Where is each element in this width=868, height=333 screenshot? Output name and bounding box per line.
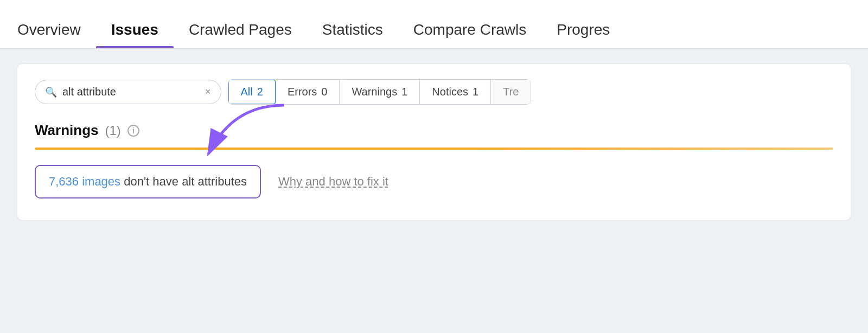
filter-trending-label: Tre [503,86,519,98]
filter-warnings-label: Warnings [352,86,397,98]
annotation-area: 7,636 images don't have alt attributes W… [35,165,833,198]
issues-card: 🔍 × All 2 Errors 0 Warnings 1 [17,64,851,220]
section-title: Warnings [35,122,98,139]
tab-compare-crawls[interactable]: Compare Crawls [398,21,542,48]
filter-notices-count: 1 [473,86,478,98]
clear-icon[interactable]: × [205,86,211,98]
issue-item[interactable]: 7,636 images don't have alt attributes [35,165,261,198]
tab-progress[interactable]: Progres [541,21,625,48]
top-navigation: Overview Issues Crawled Pages Statistics… [0,0,868,49]
section-header: Warnings (1) i [35,122,833,139]
issue-count: 7,636 images [49,175,120,188]
filter-errors[interactable]: Errors 0 [276,80,340,104]
filter-all[interactable]: All 2 [228,79,276,105]
info-icon[interactable]: i [127,125,139,137]
search-icon: 🔍 [45,86,57,98]
filter-notices[interactable]: Notices 1 [420,80,491,104]
main-content: 🔍 × All 2 Errors 0 Warnings 1 [0,49,868,235]
tab-crawled-pages[interactable]: Crawled Pages [174,21,307,48]
issue-row: 7,636 images don't have alt attributes W… [35,165,833,198]
fix-link[interactable]: Why and how to fix it [278,175,388,189]
search-input[interactable] [62,86,200,98]
issue-text: don't have alt attributes [120,175,247,188]
orange-divider [35,148,833,150]
filter-row: 🔍 × All 2 Errors 0 Warnings 1 [35,79,833,105]
filter-errors-label: Errors [288,86,317,98]
section-count: (1) [105,123,120,138]
filter-notices-label: Notices [432,86,468,98]
filter-warnings-count: 1 [401,86,407,98]
filter-trending[interactable]: Tre [491,80,531,104]
filter-errors-count: 0 [321,86,327,98]
tab-issues[interactable]: Issues [96,21,174,48]
search-box: 🔍 × [35,80,221,104]
tab-statistics[interactable]: Statistics [307,21,398,48]
filter-all-label: All [241,86,253,98]
tab-overview[interactable]: Overview [17,21,96,48]
filter-buttons: All 2 Errors 0 Warnings 1 Notices 1 Tre [228,79,532,105]
filter-all-count: 2 [257,86,263,98]
filter-warnings[interactable]: Warnings 1 [340,80,420,104]
